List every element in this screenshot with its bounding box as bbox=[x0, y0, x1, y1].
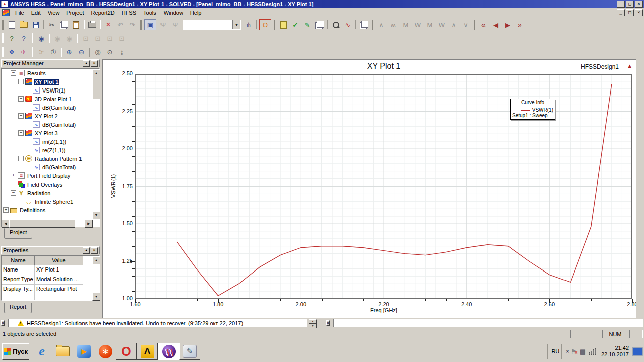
menu-file[interactable]: File bbox=[12, 9, 28, 17]
tree-item-label[interactable]: XY Plot 2 bbox=[34, 113, 59, 119]
cut-icon[interactable]: ✂ bbox=[46, 20, 57, 30]
toolbar-grip[interactable] bbox=[2, 33, 4, 43]
menu-report2d[interactable]: Report2D bbox=[88, 9, 118, 17]
collapse-box[interactable]: − bbox=[18, 156, 24, 161]
pan-icon[interactable]: ☞ bbox=[36, 47, 47, 57]
tree-item-xy-plot-2[interactable]: −XY Plot 2 bbox=[2, 112, 99, 120]
tree-item-definitions[interactable]: +Definitions bbox=[2, 206, 99, 214]
redo-icon[interactable]: ↷ bbox=[127, 20, 138, 30]
copy-image-icon[interactable] bbox=[358, 20, 369, 30]
tab-report[interactable]: Report bbox=[4, 303, 32, 313]
menu-window[interactable]: Window bbox=[160, 9, 187, 17]
menu-tools[interactable]: Tools bbox=[140, 9, 160, 17]
context-help-icon[interactable]: ? bbox=[18, 33, 29, 43]
tree-item-results[interactable]: −Results bbox=[2, 69, 99, 77]
toolbar-grip[interactable] bbox=[474, 20, 475, 30]
show-mesh-icon[interactable]: ⊡ bbox=[116, 33, 127, 43]
clock[interactable]: 21:42 22.10.2017 bbox=[601, 345, 629, 358]
wave-w-icon[interactable]: W bbox=[412, 20, 423, 30]
tree-scroll-left[interactable]: ◀ bbox=[2, 220, 10, 228]
collapse-box[interactable]: − bbox=[18, 130, 24, 136]
start-button[interactable]: Пуск bbox=[2, 343, 29, 360]
material-combobox[interactable]: ▼ bbox=[183, 20, 241, 30]
menu-help[interactable]: Help bbox=[187, 9, 205, 17]
column-header-value[interactable]: Value bbox=[35, 256, 83, 265]
child-minimize-button[interactable]: _ bbox=[617, 9, 625, 16]
first-frame-icon[interactable]: « bbox=[478, 20, 489, 30]
open-project-icon[interactable] bbox=[18, 20, 29, 30]
property-value[interactable]: XY Plot 1 bbox=[35, 265, 83, 275]
expand-box[interactable]: + bbox=[3, 207, 9, 213]
collapse-box[interactable]: − bbox=[18, 113, 24, 119]
property-value[interactable]: Rectangular Plot bbox=[35, 285, 83, 294]
collapse-box[interactable]: − bbox=[18, 96, 24, 102]
zoom-search-icon[interactable] bbox=[330, 20, 341, 30]
boolean-ops-icon[interactable]: ❖ bbox=[6, 47, 17, 57]
property-row[interactable]: NameXY Plot 1 bbox=[2, 265, 99, 275]
visibility-icon[interactable]: ◉ bbox=[36, 33, 47, 43]
flag-alert-icon[interactable]: ⚑ bbox=[571, 348, 577, 355]
column-header-name[interactable]: Name bbox=[2, 256, 35, 265]
toolbar-grip[interactable] bbox=[2, 47, 4, 57]
progress-panel-close[interactable]: × bbox=[326, 319, 333, 327]
hide-selection-icon[interactable]: ◉ bbox=[52, 33, 63, 43]
panel-pin-icon[interactable]: ▴ bbox=[83, 60, 90, 67]
tree-scroll-down[interactable]: ▼ bbox=[92, 211, 100, 219]
validate-icon[interactable] bbox=[278, 20, 289, 30]
undo-icon[interactable]: ↶ bbox=[115, 20, 126, 30]
tab-project[interactable]: Project bbox=[4, 228, 32, 239]
multi-select-icon[interactable]: Ψ bbox=[170, 20, 181, 30]
wave-m2-icon[interactable]: M bbox=[424, 20, 435, 30]
child-restore-button[interactable]: □ bbox=[626, 9, 634, 16]
save-icon[interactable] bbox=[30, 20, 41, 30]
ansys-launcher-button[interactable] bbox=[137, 343, 158, 360]
prev-frame-icon[interactable]: ◀ bbox=[490, 20, 501, 30]
tree-item-xy-plot-3[interactable]: −XY Plot 3 bbox=[2, 129, 99, 137]
restore-button[interactable]: □ bbox=[626, 1, 634, 8]
property-row[interactable]: Display Ty...Rectangular Plot bbox=[2, 285, 99, 294]
face-select-icon[interactable]: Ψ bbox=[157, 20, 169, 30]
expand-box[interactable]: + bbox=[11, 173, 16, 178]
tree-item-label[interactable]: Results bbox=[26, 70, 47, 76]
edit-notes-icon[interactable]: ✎ bbox=[302, 20, 313, 30]
fit-all-icon[interactable]: ◎ bbox=[92, 47, 103, 57]
solids-select-icon[interactable]: ▣ bbox=[144, 19, 156, 30]
tree-item-re-z-1-1[interactable]: re(Z(1,1)) bbox=[2, 146, 99, 154]
show-model-icon[interactable]: ⊡ bbox=[80, 33, 91, 43]
toolbar-grip[interactable] bbox=[2, 20, 4, 30]
collapse-box[interactable]: − bbox=[18, 79, 24, 84]
wave-multi-icon[interactable]: ʍ bbox=[388, 20, 399, 30]
panel-close-icon[interactable]: × bbox=[91, 247, 98, 254]
wave-m-icon[interactable]: M bbox=[400, 20, 411, 30]
wave-up-icon[interactable]: ∧ bbox=[448, 20, 459, 30]
tree-item-port-field-display[interactable]: +Port Field Display bbox=[2, 171, 99, 180]
boundary-display-icon[interactable]: ⋔ bbox=[243, 20, 254, 30]
minimize-button[interactable]: _ bbox=[617, 1, 625, 8]
tree-item-label[interactable]: XY Plot 3 bbox=[34, 130, 59, 136]
file-explorer-button[interactable] bbox=[52, 342, 73, 360]
ansys-hfss-button[interactable] bbox=[158, 343, 179, 360]
tree-item-label[interactable]: Radiation bbox=[26, 190, 51, 196]
orient-axes-icon[interactable]: ↨ bbox=[116, 47, 127, 57]
results-report-icon[interactable] bbox=[314, 20, 325, 30]
delete-icon[interactable]: × bbox=[103, 20, 114, 30]
zoom-in-icon[interactable]: ⊕ bbox=[64, 47, 75, 57]
tree-item-label[interactable]: re(Z(1,1)) bbox=[41, 147, 66, 153]
internet-explorer-button[interactable] bbox=[31, 342, 52, 360]
project-tree[interactable]: −Results−XY Plot 1VSWR(1)−3D Polar Plot … bbox=[1, 68, 100, 227]
collapse-box[interactable]: − bbox=[11, 70, 16, 76]
hide-all-icon[interactable]: ◉ bbox=[64, 33, 75, 43]
panel-close-icon[interactable]: × bbox=[91, 60, 98, 67]
property-value[interactable]: Modal Solution ... bbox=[35, 275, 83, 285]
close-button[interactable]: × bbox=[635, 1, 643, 8]
tree-item-label[interactable]: Port Field Display bbox=[26, 173, 71, 179]
next-frame-icon[interactable]: ▶ bbox=[502, 20, 513, 30]
show-excitations-icon[interactable]: ⊡ bbox=[104, 33, 115, 43]
tree-item-xy-plot-1[interactable]: −XY Plot 1 bbox=[2, 77, 99, 86]
wave-peak-icon[interactable]: ∧ bbox=[376, 20, 387, 30]
combo-value[interactable] bbox=[183, 20, 232, 29]
child-close-button[interactable]: × bbox=[635, 9, 643, 16]
property-row[interactable]: Report TypeModal Solution ... bbox=[2, 275, 99, 285]
report-curve-icon[interactable]: ∿ bbox=[342, 20, 353, 30]
opera-button[interactable] bbox=[116, 343, 137, 360]
